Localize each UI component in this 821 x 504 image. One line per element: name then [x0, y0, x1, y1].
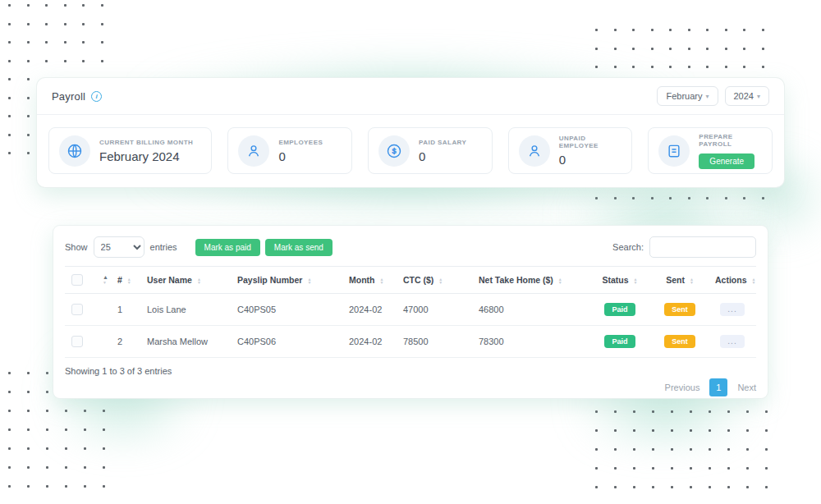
table-row: 2 Marsha Mellow C40PS06 2024-02 78500 78…	[65, 326, 756, 358]
select-all-checkbox[interactable]	[71, 274, 83, 286]
payroll-panel: Payroll February ▾ 2024 ▾ CURRENT BIL	[37, 78, 784, 187]
entries-per-page-select[interactable]: 25	[94, 236, 144, 258]
select-all-header	[65, 267, 91, 294]
sort-icons	[438, 277, 443, 284]
cell-month: 2024-02	[342, 326, 397, 358]
stat-card-billing-month: CURRENT BILLING MONTH February 2024	[48, 127, 212, 174]
cell-net-take-home: 46800	[472, 294, 589, 326]
stat-card-prepare-payroll: PREPARE PAYROLL Generate	[648, 127, 773, 174]
row-checkbox[interactable]	[71, 336, 83, 347]
row-actions-button[interactable]: ...	[720, 335, 744, 348]
stat-label: CURRENT BILLING MONTH	[99, 139, 193, 146]
stat-label: PAID SALARY	[419, 139, 466, 146]
search-input[interactable]	[649, 236, 756, 258]
page-number-button[interactable]: 1	[709, 378, 727, 396]
mark-as-paid-button[interactable]: Mark as paid	[195, 239, 260, 256]
sort-icon	[103, 274, 108, 286]
stat-card-employees: EMPLOYEES 0	[227, 127, 352, 174]
mark-as-send-button[interactable]: Mark as send	[265, 239, 333, 256]
column-header-sent[interactable]: Sent	[651, 267, 709, 294]
user-icon	[238, 135, 269, 167]
column-header-user-name[interactable]: User Name	[140, 267, 231, 294]
pagination: Previous 1 Next	[65, 378, 756, 396]
generate-button[interactable]: Generate	[699, 153, 754, 169]
svg-text:$: $	[392, 147, 397, 155]
cell-payslip-number: C40PS06	[231, 326, 342, 358]
stat-value: February 2024	[99, 149, 193, 163]
year-dropdown-value: 2024	[734, 91, 754, 101]
stat-card-paid-salary: $ PAID SALARY 0	[368, 127, 493, 174]
sort-icons	[634, 277, 638, 284]
stat-label: PREPARE PAYROLL	[699, 133, 762, 148]
stat-value: 0	[278, 149, 323, 163]
table-row: 1 Lois Lane C40PS05 2024-02 47000 46800 …	[65, 294, 756, 326]
sent-badge: Sent	[664, 303, 695, 316]
stats-row: CURRENT BILLING MONTH February 2024 EMPL…	[37, 115, 784, 174]
cell-net-take-home: 78300	[472, 326, 589, 358]
table-controls: Show 25 entries Mark as paid Mark as sen…	[65, 236, 756, 258]
info-icon[interactable]	[91, 91, 102, 102]
stat-card-unpaid-employee: UNPAID EMPLOYEE 0	[508, 127, 633, 174]
next-page-button[interactable]: Next	[737, 383, 756, 392]
month-dropdown[interactable]: February ▾	[657, 86, 718, 106]
stat-label: EMPLOYEES	[278, 139, 323, 146]
chevron-down-icon: ▾	[705, 93, 709, 100]
cell-user-name: Lois Lane	[140, 294, 231, 326]
payslip-table: # User Name Payslip Number Month CTC ($)…	[65, 266, 756, 358]
stat-value: 0	[559, 153, 622, 167]
sent-badge: Sent	[664, 335, 695, 348]
column-header-num[interactable]: #	[111, 267, 140, 294]
sort-icons	[197, 277, 201, 284]
sort-icons	[380, 277, 384, 284]
showing-entries-text: Showing 1 to 3 of 3 entries	[65, 366, 756, 376]
stat-label: UNPAID EMPLOYEE	[559, 135, 622, 149]
entries-label: entries	[150, 242, 177, 252]
sort-icons	[127, 277, 131, 284]
table-header-row: # User Name Payslip Number Month CTC ($)…	[65, 267, 756, 294]
stat-value: 0	[419, 149, 466, 163]
sort-icons	[752, 277, 756, 284]
cell-month: 2024-02	[342, 294, 397, 326]
chevron-down-icon: ▾	[757, 93, 760, 100]
cell-ctc: 47000	[397, 294, 472, 326]
globe-icon	[59, 135, 90, 167]
status-badge: Paid	[604, 303, 635, 316]
row-checkbox[interactable]	[71, 304, 83, 315]
column-header-month[interactable]: Month	[342, 267, 397, 294]
select-sort-header[interactable]	[91, 267, 111, 294]
cell-num: 2	[111, 326, 140, 358]
column-header-ctc[interactable]: CTC ($)	[397, 267, 472, 294]
row-actions-button[interactable]: ...	[720, 303, 744, 316]
status-badge: Paid	[604, 335, 635, 348]
document-icon	[658, 135, 690, 167]
previous-page-button[interactable]: Previous	[665, 383, 700, 392]
page-title: Payroll	[52, 90, 85, 103]
show-label: Show	[65, 242, 88, 252]
column-header-status[interactable]: Status	[589, 267, 651, 294]
year-dropdown[interactable]: 2024 ▾	[725, 86, 770, 106]
column-header-net-take-home[interactable]: Net Take Home ($)	[472, 267, 589, 294]
table-footer: Showing 1 to 3 of 3 entries Previous 1 N…	[65, 366, 756, 396]
column-header-actions[interactable]: Actions	[709, 267, 756, 294]
sort-icons	[558, 277, 562, 284]
month-dropdown-value: February	[666, 91, 702, 101]
sort-icons	[307, 277, 311, 284]
cell-num: 1	[111, 294, 140, 326]
dollar-circle-icon: $	[378, 135, 410, 167]
cell-payslip-number: C40PS05	[231, 294, 342, 326]
payslip-table-panel: Show 25 entries Mark as paid Mark as sen…	[53, 226, 768, 398]
user-icon	[519, 135, 550, 167]
column-header-payslip-number[interactable]: Payslip Number	[231, 267, 342, 294]
search-label: Search:	[612, 242, 644, 252]
cell-ctc: 78500	[397, 326, 472, 358]
sort-icons	[690, 277, 694, 284]
payroll-panel-header: Payroll February ▾ 2024 ▾	[37, 78, 784, 115]
cell-user-name: Marsha Mellow	[140, 326, 231, 358]
